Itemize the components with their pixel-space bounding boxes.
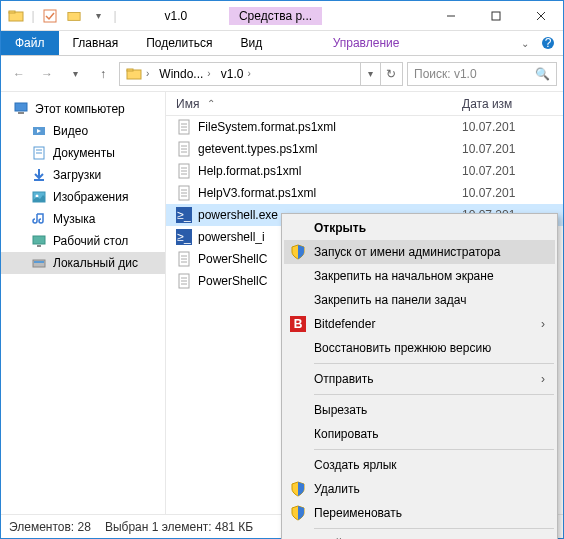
window-controls	[428, 1, 563, 30]
qat-chevron-icon[interactable]: ▾	[87, 5, 109, 27]
tree-item-5[interactable]: Рабочий стол	[1, 230, 165, 252]
nav-row: ← → ▾ ↑ › Windo...› v1.0› ▾ ↻ Поиск: v1.…	[1, 56, 563, 92]
context-menu: Открыть Запуск от имени администратора З…	[281, 213, 558, 539]
computer-icon	[13, 101, 29, 117]
breadcrumb-item-1[interactable]: Windo...›	[155, 67, 214, 81]
tab-manage[interactable]: Управление	[319, 31, 414, 55]
svg-text:≥_: ≥_	[177, 208, 191, 222]
ctx-run-as-admin[interactable]: Запуск от имени администратора	[284, 240, 555, 264]
folder-icon[interactable]	[5, 5, 27, 27]
ctx-restore[interactable]: Восстановить прежнюю версию	[284, 336, 555, 360]
tree-item-2[interactable]: Загрузки	[1, 164, 165, 186]
tree-item-0[interactable]: Видео	[1, 120, 165, 142]
bitdefender-icon: B	[290, 316, 306, 332]
status-selection: Выбран 1 элемент: 481 КБ	[105, 520, 253, 534]
help-icon[interactable]: ?	[541, 36, 555, 50]
svg-rect-11	[127, 69, 133, 71]
svg-rect-13	[18, 112, 24, 114]
svg-rect-23	[37, 245, 41, 247]
search-input[interactable]: Поиск: v1.0 🔍	[407, 62, 557, 86]
tree-root-this-pc[interactable]: Этот компьютер	[1, 98, 165, 120]
breadcrumb[interactable]: › Windo...› v1.0› ▾ ↻	[119, 62, 403, 86]
explorer-window: | ▾ | v1.0 Средства р... Файл Главная По…	[0, 0, 564, 539]
status-count: Элементов: 28	[9, 520, 91, 534]
svg-text:B: B	[294, 317, 303, 331]
tab-share[interactable]: Поделиться	[132, 31, 226, 55]
ctx-separator	[314, 528, 554, 529]
window-title: v1.0	[123, 9, 229, 23]
file-row[interactable]: getevent.types.ps1xml10.07.201	[166, 138, 563, 160]
nav-recent-chevron[interactable]: ▾	[63, 62, 87, 86]
breadcrumb-item-2[interactable]: v1.0›	[217, 67, 255, 81]
nav-forward-button[interactable]: →	[35, 62, 59, 86]
tree-item-6[interactable]: Локальный дис	[1, 252, 165, 274]
shield-icon	[290, 244, 306, 260]
qat-folder-small-icon[interactable]	[63, 5, 85, 27]
shield-icon	[290, 481, 306, 497]
ctx-open[interactable]: Открыть	[284, 216, 555, 240]
file-row[interactable]: FileSystem.format.ps1xml10.07.201	[166, 116, 563, 138]
tree-item-1[interactable]: Документы	[1, 142, 165, 164]
ctx-create-shortcut[interactable]: Создать ярлык	[284, 453, 555, 477]
svg-rect-2	[44, 10, 56, 22]
nav-up-button[interactable]: ↑	[91, 62, 115, 86]
svg-rect-12	[15, 103, 27, 111]
tab-view[interactable]: Вид	[226, 31, 276, 55]
svg-text:?: ?	[545, 36, 552, 50]
breadcrumb-item-2-label: v1.0	[221, 67, 244, 81]
tree-item-4[interactable]: Музыка	[1, 208, 165, 230]
ctx-rename[interactable]: Переименовать	[284, 501, 555, 525]
svg-text:≥_: ≥_	[177, 230, 191, 244]
ribbon-expand-icon[interactable]: ⌄	[521, 38, 529, 49]
breadcrumb-history-chevron[interactable]: ▾	[360, 63, 380, 85]
submenu-arrow-icon: ›	[541, 372, 545, 386]
breadcrumb-item-1-label: Windo...	[159, 67, 203, 81]
nav-tree: Этот компьютер ВидеоДокументыЗагрузкиИзо…	[1, 92, 166, 514]
ctx-separator	[314, 363, 554, 364]
ribbon-tabs: Файл Главная Поделиться Вид Управление ⌄…	[1, 31, 563, 56]
tab-home[interactable]: Главная	[59, 31, 133, 55]
contextual-tab-label: Средства р...	[229, 7, 322, 25]
svg-rect-22	[33, 236, 45, 244]
qat-divider2: |	[111, 5, 119, 27]
close-button[interactable]	[518, 1, 563, 30]
ctx-bitdefender[interactable]: B Bitdefender ›	[284, 312, 555, 336]
ctx-separator	[314, 449, 554, 450]
tab-file[interactable]: Файл	[1, 31, 59, 55]
search-icon: 🔍	[535, 67, 550, 81]
column-name[interactable]: Имя ⌃	[166, 97, 456, 111]
minimize-button[interactable]	[428, 1, 473, 30]
qat-divider: |	[29, 5, 37, 27]
ctx-copy[interactable]: Копировать	[284, 422, 555, 446]
breadcrumb-root-icon[interactable]: ›	[122, 66, 153, 82]
titlebar: | ▾ | v1.0 Средства р...	[1, 1, 563, 31]
qat-properties-icon[interactable]	[39, 5, 61, 27]
nav-back-button[interactable]: ←	[7, 62, 31, 86]
sort-indicator-icon: ⌃	[207, 98, 215, 109]
file-row[interactable]: HelpV3.format.ps1xml10.07.201	[166, 182, 563, 204]
tree-item-3[interactable]: Изображения	[1, 186, 165, 208]
search-placeholder: Поиск: v1.0	[414, 67, 477, 81]
ctx-properties[interactable]: Свойства	[284, 532, 555, 539]
tree-root-label: Этот компьютер	[35, 102, 125, 116]
ctx-send-to[interactable]: Отправить›	[284, 367, 555, 391]
breadcrumb-refresh-icon[interactable]: ↻	[380, 63, 400, 85]
column-headers: Имя ⌃ Дата изм	[166, 92, 563, 116]
svg-rect-25	[34, 261, 44, 263]
ctx-pin-start[interactable]: Закрепить на начальном экране	[284, 264, 555, 288]
maximize-button[interactable]	[473, 1, 518, 30]
ctx-cut[interactable]: Вырезать	[284, 398, 555, 422]
ctx-separator	[314, 394, 554, 395]
svg-rect-3	[68, 12, 80, 20]
submenu-arrow-icon: ›	[541, 317, 545, 331]
column-date[interactable]: Дата изм	[456, 97, 563, 111]
file-row[interactable]: Help.format.ps1xml10.07.201	[166, 160, 563, 182]
ctx-delete[interactable]: Удалить	[284, 477, 555, 501]
ctx-pin-taskbar[interactable]: Закрепить на панели задач	[284, 288, 555, 312]
svg-rect-5	[492, 12, 500, 20]
quick-access-toolbar: | ▾ |	[1, 5, 123, 27]
svg-rect-1	[9, 11, 15, 13]
shield-icon	[290, 505, 306, 521]
